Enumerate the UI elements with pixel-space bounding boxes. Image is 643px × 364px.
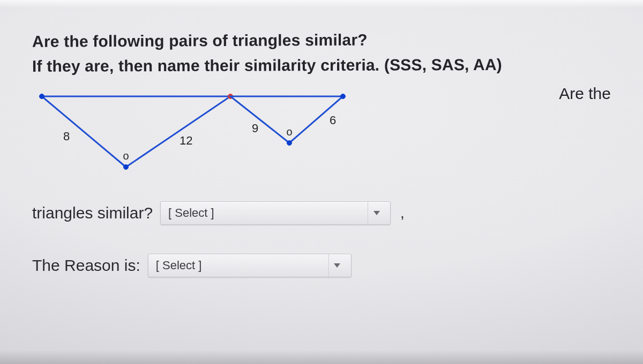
svg-point-5	[341, 94, 346, 99]
similar-row: triangles similar? [ Select ] ,	[32, 201, 614, 225]
similar-select-value: [ Select ]	[168, 206, 214, 220]
similar-label: triangles similar?	[32, 204, 153, 222]
chevron-down-icon	[328, 254, 346, 277]
triangles-figure: 8 12 o 9 6 o	[32, 87, 364, 188]
t1-side-left-label: 8	[63, 130, 70, 143]
question-wrap-fragment: Are the	[559, 85, 611, 103]
question-line-2: If they are, then name their similarity …	[32, 54, 614, 77]
t2-side-right-label: 6	[330, 113, 336, 127]
svg-point-6	[287, 141, 292, 146]
t1-angle-marker: o	[123, 150, 129, 162]
question-line-1: Are the following pairs of triangles sim…	[32, 28, 614, 52]
vignette-bottom	[0, 350, 643, 364]
trailing-comma: ,	[400, 204, 405, 222]
svg-point-1	[40, 94, 44, 99]
t2-side-left-label: 9	[252, 122, 258, 135]
svg-marker-8	[334, 263, 340, 268]
vignette-top	[0, 0, 643, 7]
svg-marker-7	[373, 211, 380, 215]
reason-label: The Reason is:	[32, 256, 140, 275]
t2-angle-marker: o	[286, 126, 292, 138]
reason-select[interactable]: [ Select ]	[148, 254, 352, 277]
similar-select[interactable]: [ Select ]	[160, 201, 391, 225]
chevron-down-icon	[368, 202, 385, 224]
reason-select-value: [ Select ]	[156, 259, 202, 272]
svg-marker-0	[42, 96, 230, 167]
svg-point-3	[124, 165, 129, 170]
t1-side-right-label: 12	[180, 134, 192, 147]
reason-row: The Reason is: [ Select ]	[32, 254, 614, 277]
